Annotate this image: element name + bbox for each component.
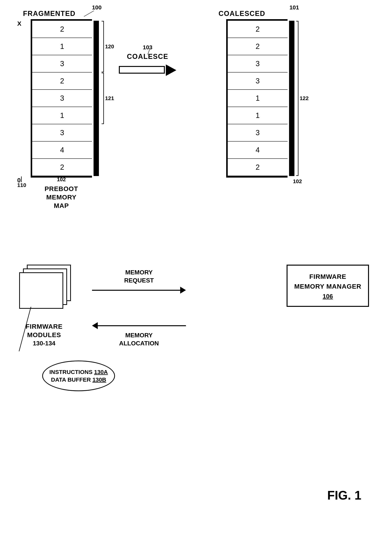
frag-cell-3: 2 (32, 72, 92, 90)
coalesce-section: 103 COALESCE (115, 44, 180, 76)
preboot-label: PREBOOT MEMORY MAP (34, 184, 88, 210)
stacked-boxes (19, 265, 69, 318)
bracket-122-container: 122 (296, 21, 309, 176)
x-axis-label: X (17, 20, 21, 27)
fw-modules-area: FIRMWARE MODULES 130-134 (19, 265, 69, 347)
coalesced-diagram: COALESCED 101 2 2 3 3 1 1 3 4 2 (211, 9, 291, 178)
bracket-122-label: 122 (300, 95, 309, 101)
fw-modules-label: FIRMWARE MODULES (19, 322, 69, 339)
fragmented-title: FRAGMENTED (23, 9, 75, 18)
coalesced-ref: 101 (289, 4, 299, 11)
fragmented-right-bar (93, 21, 99, 176)
bottom-section: FIRMWARE MODULES 130-134 MEMORY REQUEST … (0, 249, 392, 518)
frag-cell-8: 2 (32, 159, 92, 176)
frag-cell-6: 3 (32, 124, 92, 141)
fw-manager-box: FIRMWARE MEMORY MANAGER 106 (287, 265, 369, 307)
page: FRAGMENTED 100 X 2 1 3 2 3 1 (0, 0, 392, 536)
coal-cell-6: 3 (228, 124, 288, 141)
instructions-text: INSTRUCTIONS 130A (49, 369, 108, 375)
memory-allocation-label: MEMORY ALLOCATION (92, 331, 186, 347)
memory-request-area: MEMORY REQUEST (92, 268, 186, 294)
coal-cell-5: 1 (228, 107, 288, 124)
data-buffer-ref: 130B (92, 376, 106, 383)
coal-cell-0: 2 (228, 21, 288, 38)
data-buffer-text: DATA BUFFER 130B (51, 376, 106, 383)
fragmented-ref: 100 (92, 4, 102, 11)
preboot-ref-left: 102 (34, 176, 88, 183)
instructions-oval-area: INSTRUCTIONS 130A DATA BUFFER 130B (42, 361, 115, 391)
fw-modules-label-area: FIRMWARE MODULES 130-134 (19, 322, 69, 347)
coal-cell-1: 2 (228, 38, 288, 55)
coal-cell-3: 3 (228, 72, 288, 90)
coal-cell-8: 2 (228, 159, 288, 176)
frag-cell-7: 4 (32, 141, 92, 159)
coalesced-memory-block: 2 2 3 3 1 1 3 4 2 122 (226, 19, 288, 178)
fragmented-diagram: FRAGMENTED 100 X 2 1 3 2 3 1 (15, 9, 96, 179)
instructions-oval: INSTRUCTIONS 130A DATA BUFFER 130B (42, 361, 115, 391)
fw-manager-ref: 106 (323, 293, 333, 300)
coal-cell-4: 1 (228, 90, 288, 107)
ref-110: 110 (17, 182, 26, 188)
top-section: FRAGMENTED 100 X 2 1 3 2 3 1 (0, 6, 392, 236)
fragmented-memory-block: 2 1 3 2 3 1 3 4 2 120 (31, 19, 92, 178)
memory-request-arrow (92, 287, 186, 294)
frag-cell-0: 2 (32, 21, 92, 38)
coalesced-title: COALESCED (219, 9, 265, 18)
coal-cell-2: 3 (228, 55, 288, 72)
frag-cell-2: 3 (32, 55, 92, 72)
memory-request-label: MEMORY REQUEST (92, 268, 186, 284)
coalesced-right-bar (289, 21, 294, 176)
bracket-121-label: 121 (105, 95, 114, 101)
coalesce-ref: 103 (143, 44, 152, 50)
fig-label: FIG. 1 (327, 488, 361, 503)
bracket-120-label: 120 (105, 43, 114, 50)
frag-cell-5: 1 (32, 107, 92, 124)
coalesce-arrow (119, 64, 176, 76)
frag-cell-1: 1 (32, 38, 92, 55)
fw-manager-label: FIRMWARE MEMORY MANAGER (294, 272, 361, 291)
bracket-120-container: 120 (102, 21, 114, 72)
memory-allocation-arrow (92, 322, 186, 329)
stacked-box-1 (19, 272, 63, 309)
memory-allocation-area: MEMORY ALLOCATION (92, 322, 186, 347)
frag-cell-4: 3 (32, 90, 92, 107)
preboot-ref-right: 102 (293, 178, 302, 184)
fw-modules-ref: 130-134 (19, 340, 69, 347)
bracket-121-container: 121 (102, 72, 114, 124)
instructions-ref: 130A (94, 369, 108, 375)
coal-cell-7: 4 (228, 141, 288, 159)
